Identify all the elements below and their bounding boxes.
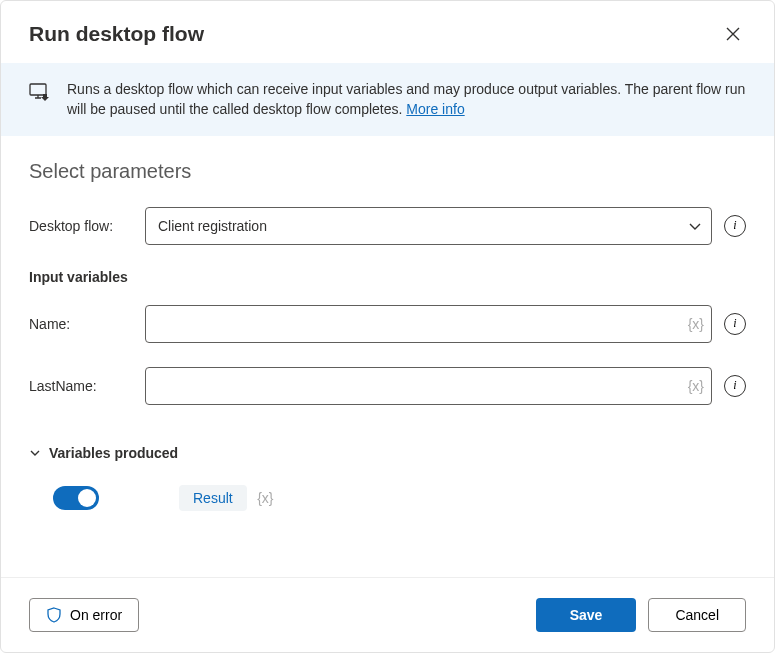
result-toggle[interactable] xyxy=(53,486,99,510)
desktop-flow-row: Desktop flow: Client registration i xyxy=(29,207,746,245)
cancel-button[interactable]: Cancel xyxy=(648,598,746,632)
more-info-link[interactable]: More info xyxy=(406,101,464,117)
dialog-body: Select parameters Desktop flow: Client r… xyxy=(1,136,774,577)
desktop-flow-select[interactable]: Client registration xyxy=(145,207,712,245)
variables-produced-title: Variables produced xyxy=(49,445,178,461)
result-var-group: Result {x} xyxy=(179,485,274,511)
name-info-button[interactable]: i xyxy=(724,313,746,335)
lastname-input[interactable] xyxy=(145,367,712,405)
input-row-lastname: LastName: {x} i xyxy=(29,367,746,405)
on-error-button[interactable]: On error xyxy=(29,598,139,632)
input-row-name: Name: {x} i xyxy=(29,305,746,343)
input-label: LastName: xyxy=(29,378,133,394)
chevron-down-icon xyxy=(29,447,41,459)
dialog-header: Run desktop flow xyxy=(1,1,774,63)
variables-produced-toggle[interactable]: Variables produced xyxy=(29,445,746,461)
toggle-knob xyxy=(78,489,96,507)
desktop-flow-info-button[interactable]: i xyxy=(724,215,746,237)
desktop-flow-select-wrap: Client registration xyxy=(145,207,712,245)
variable-icon: {x} xyxy=(257,490,273,506)
chevron-down-icon xyxy=(688,219,702,233)
input-vars-title: Input variables xyxy=(29,269,746,285)
info-banner: Runs a desktop flow which can receive in… xyxy=(1,63,774,136)
save-button[interactable]: Save xyxy=(536,598,637,632)
input-label: Name: xyxy=(29,316,133,332)
desktop-flow-value: Client registration xyxy=(158,218,267,234)
input-wrap: {x} xyxy=(145,367,712,405)
close-icon xyxy=(726,27,740,41)
dialog: Run desktop flow Runs a desktop flow whi… xyxy=(0,0,775,653)
input-wrap: {x} xyxy=(145,305,712,343)
result-chip[interactable]: Result xyxy=(179,485,247,511)
dialog-footer: On error Save Cancel xyxy=(1,577,774,652)
lastname-info-button[interactable]: i xyxy=(724,375,746,397)
close-button[interactable] xyxy=(720,21,746,47)
section-title: Select parameters xyxy=(29,160,746,183)
variables-produced-body: Result {x} xyxy=(29,461,746,511)
banner-text: Runs a desktop flow which can receive in… xyxy=(67,79,746,120)
desktop-flow-label: Desktop flow: xyxy=(29,218,133,234)
on-error-label: On error xyxy=(70,607,122,623)
svg-rect-0 xyxy=(30,84,46,95)
dialog-title: Run desktop flow xyxy=(29,22,204,46)
variables-produced-section: Variables produced Result {x} xyxy=(29,445,746,511)
name-input[interactable] xyxy=(145,305,712,343)
desktop-flow-icon xyxy=(29,81,51,103)
shield-icon xyxy=(46,607,62,623)
